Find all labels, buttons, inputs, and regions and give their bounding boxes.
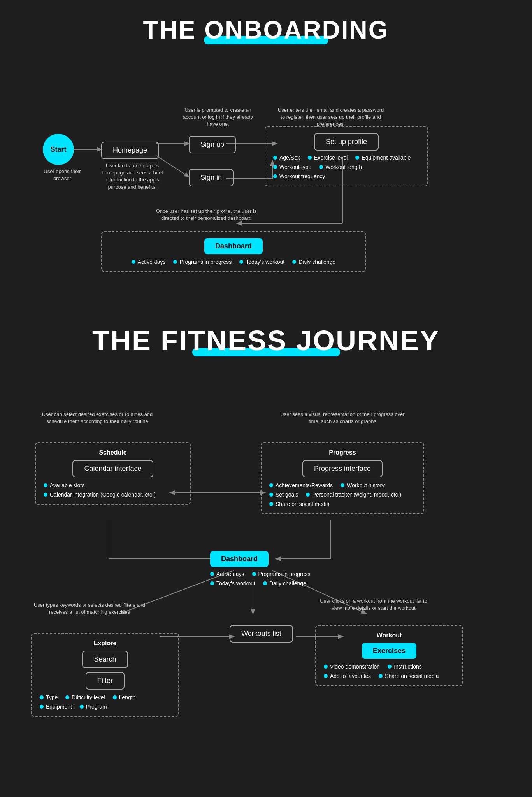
bullet-daily-challenge: Daily challenge bbox=[292, 259, 335, 265]
bullet-dot bbox=[319, 165, 323, 169]
dashboard-box: Dashboard Active days Programs in progre… bbox=[101, 231, 366, 272]
profile-bullets: Age/Sex Exercise level Equipment availab… bbox=[273, 154, 420, 179]
page-container: THE ONBOARDING bbox=[0, 0, 532, 714]
bullet-dot bbox=[388, 665, 392, 669]
bullet-dot bbox=[324, 674, 328, 678]
calendar-bullets: Available slots Calendar integration (Go… bbox=[44, 482, 182, 498]
onboarding-title-wrapper: THE ONBOARDING bbox=[23, 16, 509, 44]
bullet-dot bbox=[113, 695, 117, 699]
bullet-share-social2: Share on social media bbox=[379, 673, 439, 679]
bullet-video: Video demonstration bbox=[324, 664, 380, 670]
explore-caption: User types keywords or selects desired f… bbox=[31, 602, 148, 616]
bullet-favourites: Add to favourites bbox=[324, 673, 371, 679]
signup-node: Sign up bbox=[189, 136, 236, 153]
calendar-node: Calendar interface bbox=[72, 460, 153, 477]
homepage-caption: User lands on the app's homepage and see… bbox=[101, 162, 163, 191]
bullet-programs: Programs in progress bbox=[173, 259, 232, 265]
bullet-active-days: Active days bbox=[132, 259, 166, 265]
workout-caption: User clicks on a workout from the workou… bbox=[319, 598, 428, 612]
setup-caption-node: User enters their email and creates a pa… bbox=[276, 107, 385, 128]
start-circle: Start bbox=[43, 134, 74, 165]
bullet-equipment: Equipment available bbox=[355, 154, 411, 161]
bullet-personal-tracker: Personal tracker (weight, mood, etc.) bbox=[306, 492, 401, 498]
bullet-dot bbox=[269, 493, 273, 497]
schedule-caption: User can select desired exercises or rou… bbox=[35, 411, 160, 425]
signup-caption-node: User is prompted to create an account or… bbox=[179, 107, 257, 128]
signin-node: Sign in bbox=[189, 169, 234, 186]
bullet-dot bbox=[273, 156, 277, 160]
homepage-node: Homepage User lands on the app's homepag… bbox=[101, 142, 163, 191]
bullet-calendar-int: Calendar integration (Google calendar, e… bbox=[44, 492, 156, 498]
explore-caption-node: User types keywords or selects desired f… bbox=[31, 602, 148, 616]
bullet-achievements: Achievements/Rewards bbox=[269, 482, 333, 488]
bullet-workout-length: Workout length bbox=[319, 164, 362, 170]
bullet-dot bbox=[132, 260, 135, 264]
exercises-node: Exercises bbox=[362, 643, 416, 659]
bullet-avail-slots: Available slots bbox=[44, 482, 84, 488]
workouts-list-node: Workouts list bbox=[230, 625, 293, 643]
bullet-difficulty: Difficulty level bbox=[65, 694, 105, 700]
bullet-age: Age/Sex bbox=[273, 154, 300, 161]
progress-dashed-box: Progress Progress interface Achievements… bbox=[261, 442, 424, 514]
bullet-dot bbox=[80, 705, 84, 709]
progress-caption: User sees a visual representation of the… bbox=[276, 411, 409, 425]
bullet-active-days2: Active days bbox=[210, 571, 244, 577]
bullet-workout-freq: Workout frequency bbox=[273, 173, 325, 179]
bullet-share-social: Share on social media bbox=[269, 501, 330, 507]
start-node: Start User opens their browser bbox=[43, 134, 82, 182]
bullet-programs2: Programs in progress bbox=[252, 571, 311, 577]
bullet-dot bbox=[239, 260, 243, 264]
fitness-dashboard-node: Dashboard Active days Programs in progre… bbox=[210, 551, 350, 586]
bullet-dot bbox=[355, 156, 359, 160]
bullet-dot bbox=[210, 581, 214, 585]
signup-box: Sign up bbox=[189, 136, 236, 153]
bullet-workout-history: Workout history bbox=[341, 482, 385, 488]
fitness-title-wrapper: THE FITNESS JOURNEY bbox=[23, 325, 509, 356]
dashboard-bullets: Active days Programs in progress Today's… bbox=[110, 259, 357, 265]
bullet-program: Program bbox=[80, 704, 107, 710]
start-caption: User opens their browser bbox=[43, 168, 82, 182]
bullet-dot bbox=[252, 572, 256, 576]
bullet-daily-challenge2: Daily challenge bbox=[263, 580, 306, 586]
explore-label: Explore bbox=[40, 640, 170, 647]
workout-caption-node: User clicks on a workout from the workou… bbox=[319, 598, 428, 612]
exercises-bullets: Video demonstration Instructions Add to … bbox=[324, 664, 455, 679]
signin-box: Sign in bbox=[189, 169, 234, 186]
fitness-diagram: User can select desired exercises or rou… bbox=[23, 380, 509, 699]
bullet-workout-type: Workout type bbox=[273, 164, 311, 170]
bullet-dot bbox=[341, 483, 344, 487]
dashboard-node: Dashboard bbox=[204, 238, 263, 254]
bullet-dot bbox=[273, 174, 277, 178]
setup-caption: User enters their email and creates a pa… bbox=[276, 107, 385, 128]
bullet-dot bbox=[273, 165, 277, 169]
bullet-type: Type bbox=[40, 694, 58, 700]
bullet-dot bbox=[324, 665, 328, 669]
progress-bullets: Achievements/Rewards Workout history Set… bbox=[269, 482, 416, 507]
bullet-dot bbox=[308, 156, 312, 160]
bullet-dot bbox=[379, 674, 383, 678]
filter-node: Filter bbox=[86, 672, 125, 690]
bullet-dot bbox=[306, 493, 310, 497]
schedule-label: Schedule bbox=[44, 449, 182, 456]
fitness-dashboard-box: Dashboard bbox=[210, 551, 269, 567]
workout-dashed-box: Workout Exercises Video demonstration In… bbox=[315, 625, 463, 686]
bullet-dot bbox=[173, 260, 177, 264]
fitness-title: THE FITNESS JOURNEY bbox=[23, 325, 509, 356]
homepage-box: Homepage bbox=[101, 142, 159, 159]
fitness-dashboard-bullets: Active days Programs in progress Today's… bbox=[210, 571, 350, 586]
search-node: Search bbox=[82, 651, 128, 668]
fitness-section: THE FITNESS JOURNEY bbox=[23, 325, 509, 699]
schedule-dashed-box: Schedule Calendar interface Available sl… bbox=[35, 442, 191, 505]
bullet-dot bbox=[65, 695, 69, 699]
schedule-caption-node: User can select desired exercises or rou… bbox=[35, 411, 160, 425]
progress-node: Progress interface bbox=[302, 460, 383, 477]
signup-caption: User is prompted to create an account or… bbox=[179, 107, 257, 128]
bullet-instructions: Instructions bbox=[388, 664, 422, 670]
workouts-box: Workouts list bbox=[230, 625, 293, 643]
bullet-dot bbox=[44, 493, 47, 497]
bullet-dot bbox=[292, 260, 296, 264]
bullet-exercise: Exercise level bbox=[308, 154, 348, 161]
bullet-dot bbox=[40, 695, 44, 699]
bullet-dot bbox=[269, 502, 273, 506]
bullet-dot bbox=[40, 705, 44, 709]
